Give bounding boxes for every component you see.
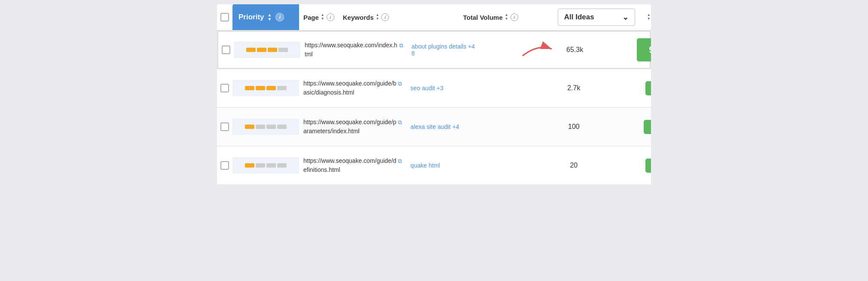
- row3-page-link[interactable]: https://www.seoquake.com/guide/parameter…: [303, 118, 402, 136]
- row4-page: https://www.seoquake.com/guide/definitio…: [299, 150, 406, 180]
- row4-url: https://www.seoquake.com/guide/definitio…: [303, 156, 396, 174]
- row3-ideas-button[interactable]: 12 ideas: [644, 120, 651, 134]
- select-all-checkbox[interactable]: [220, 13, 229, 21]
- priority-bar-1: [245, 86, 254, 90]
- row2-volume: 2.7k: [526, 78, 621, 98]
- table-row: https://www.seoquake.com/guide/parameter…: [217, 108, 651, 147]
- row2-priority: [232, 80, 299, 96]
- table-header: Priority ▲ ▼ i Page ▲▼ i Keywords ▲▼ i T…: [217, 4, 651, 31]
- row4-keyword-link[interactable]: quake html: [410, 162, 440, 169]
- row1-priority: [234, 42, 300, 58]
- row4-volume: 20: [526, 156, 621, 175]
- row2-keywords: seo audit +3: [406, 79, 526, 98]
- row4-priority: [232, 157, 299, 174]
- sort-extra-header: ▲▼: [639, 6, 651, 28]
- row3-keyword-link[interactable]: alexa site audit +4: [410, 123, 459, 130]
- row2-external-icon: ⧉: [398, 79, 402, 88]
- row2-checkbox-cell: [217, 78, 232, 98]
- priority-bar-1: [246, 48, 256, 52]
- main-table: Priority ▲ ▼ i Page ▲▼ i Keywords ▲▼ i T…: [217, 4, 651, 185]
- header-checkbox-cell: [217, 7, 232, 27]
- row2-url: https://www.seoquake.com/guide/basic/dia…: [303, 79, 396, 97]
- row4-keywords: quake html: [406, 156, 526, 175]
- table-row: https://www.seoquake.com/index.html ⧉ ab…: [217, 31, 651, 69]
- row2-ideas-button[interactable]: 9 ideas: [645, 81, 651, 95]
- row1-checkbox[interactable]: [222, 46, 230, 54]
- priority-bar-2: [257, 48, 266, 52]
- priority-bar-2: [256, 125, 265, 129]
- priority-bar-2: [256, 86, 265, 90]
- row1-external-icon: ⧉: [399, 41, 403, 50]
- all-ideas-header: All Ideas ⌄: [553, 4, 639, 30]
- keywords-header[interactable]: Keywords ▲▼ i: [339, 6, 459, 28]
- row1-volume-value: 65.3k: [566, 46, 583, 54]
- row4-ideas-button[interactable]: 8 ideas: [645, 159, 651, 173]
- arrow-svg: [521, 40, 555, 58]
- volume-sort-icon: ▲▼: [505, 13, 508, 21]
- row2-page: https://www.seoquake.com/guide/basic/dia…: [299, 73, 406, 103]
- row4-page-link[interactable]: https://www.seoquake.com/guide/definitio…: [303, 156, 402, 174]
- priority-sort-icon: ▲ ▼: [268, 13, 272, 21]
- row2-priority-bars: [245, 86, 287, 90]
- table-row: https://www.seoquake.com/guide/definitio…: [217, 147, 651, 185]
- priority-bar-3: [268, 48, 277, 52]
- page-info-icon[interactable]: i: [327, 13, 334, 21]
- row4-checkbox[interactable]: [220, 161, 229, 170]
- extra-sort-icon: ▲▼: [647, 13, 651, 21]
- row3-external-icon: ⧉: [398, 118, 402, 127]
- row3-priority: [232, 119, 299, 135]
- row1-keyword-link[interactable]: about plugins details +48: [412, 43, 475, 57]
- keywords-sort-icon: ▲▼: [376, 13, 379, 21]
- row1-page: https://www.seoquake.com/index.html ⧉: [300, 35, 407, 65]
- row1-ideas-button[interactable]: 9 ideas: [637, 38, 651, 61]
- row4-volume-value: 20: [570, 162, 578, 169]
- priority-bar-4: [277, 86, 287, 90]
- priority-bar-2: [256, 163, 265, 168]
- chevron-down-icon: ⌄: [622, 12, 629, 22]
- keywords-info-icon[interactable]: i: [381, 13, 389, 21]
- row3-page: https://www.seoquake.com/guide/parameter…: [299, 112, 406, 142]
- arrow-indicator: [521, 40, 555, 59]
- row1-priority-bars: [246, 48, 288, 52]
- page-label: Page: [303, 14, 319, 21]
- priority-info-icon[interactable]: i: [275, 13, 284, 21]
- row2-keyword-link[interactable]: seo audit +3: [410, 85, 443, 92]
- all-ideas-dropdown[interactable]: All Ideas ⌄: [558, 9, 635, 26]
- priority-bar-1: [245, 163, 254, 168]
- row1-ideas-cell: 9 ideas: [622, 32, 651, 67]
- row1-page-link[interactable]: https://www.seoquake.com/index.html ⧉: [305, 41, 403, 59]
- volume-info-icon[interactable]: i: [510, 13, 518, 21]
- table-row: https://www.seoquake.com/guide/basic/dia…: [217, 69, 651, 108]
- row3-keywords: alexa site audit +4: [406, 117, 526, 136]
- volume-header[interactable]: Total Volume ▲▼ i: [459, 6, 553, 28]
- row4-ideas-cell: 8 ideas: [621, 153, 651, 179]
- row3-volume: 100: [526, 117, 621, 137]
- row3-volume-value: 100: [568, 123, 580, 131]
- row2-checkbox[interactable]: [220, 84, 229, 92]
- priority-bar-1: [245, 125, 254, 129]
- priority-bar-3: [266, 86, 276, 90]
- row2-ideas-cell: 9 ideas: [621, 75, 651, 101]
- row2-volume-value: 2.7k: [567, 84, 580, 92]
- priority-header[interactable]: Priority ▲ ▼ i: [232, 4, 299, 30]
- priority-label: Priority: [238, 13, 264, 21]
- row4-priority-bars: [245, 163, 287, 168]
- priority-bar-4: [277, 163, 287, 168]
- page-sort-icon: ▲▼: [321, 13, 324, 21]
- row4-external-icon: ⧉: [398, 157, 402, 165]
- row1-checkbox-cell: [218, 40, 234, 60]
- row3-checkbox-cell: [217, 116, 232, 137]
- row3-ideas-cell: 12 ideas: [621, 114, 651, 140]
- priority-bar-3: [266, 163, 276, 168]
- row3-checkbox[interactable]: [220, 122, 229, 131]
- table-body: https://www.seoquake.com/index.html ⧉ ab…: [217, 31, 651, 185]
- page-header[interactable]: Page ▲▼ i: [299, 6, 339, 28]
- priority-bar-4: [277, 125, 287, 129]
- row2-page-link[interactable]: https://www.seoquake.com/guide/basic/dia…: [303, 79, 402, 97]
- all-ideas-label: All Ideas: [564, 13, 594, 21]
- row3-priority-bars: [245, 125, 287, 129]
- priority-bar-4: [278, 48, 288, 52]
- volume-label: Total Volume: [463, 14, 503, 21]
- keywords-label: Keywords: [343, 14, 374, 21]
- row1-keywords: about plugins details +48: [407, 37, 528, 63]
